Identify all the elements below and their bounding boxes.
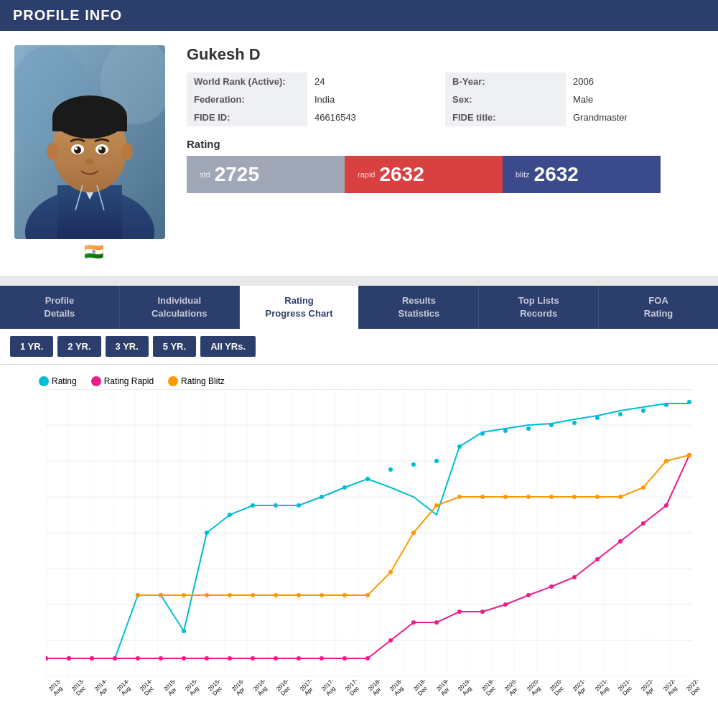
rapid-label: rapid (358, 170, 375, 179)
rating-label: Rating (187, 138, 704, 150)
svg-point-66 (182, 656, 186, 661)
flag: 🇮🇳 (14, 243, 172, 261)
svg-point-38 (205, 531, 209, 535)
svg-rect-9 (52, 117, 127, 131)
svg-point-99 (365, 593, 370, 597)
field-value: India (307, 90, 445, 108)
svg-point-54 (572, 421, 577, 425)
svg-point-102 (434, 503, 439, 508)
year-3yr-button[interactable]: 3 YR. (106, 336, 149, 357)
svg-point-43 (320, 495, 324, 499)
field-value: Grandmaster (566, 108, 704, 126)
rating-std: std 2725 (187, 156, 345, 193)
table-row: World Rank (Active): 24 B-Year: 2006 (187, 73, 704, 90)
svg-point-53 (549, 423, 554, 427)
svg-point-58 (664, 403, 668, 407)
std-label: std (200, 170, 210, 179)
year-allyr-button[interactable]: All YRs. (200, 336, 256, 357)
tab-top-lists-records[interactable]: Top ListsRecords (479, 286, 599, 329)
svg-point-106 (526, 495, 531, 499)
tab-individual-calculations[interactable]: IndividualCalculations (120, 286, 240, 329)
svg-point-105 (503, 495, 508, 499)
svg-point-57 (641, 409, 645, 413)
svg-point-103 (457, 495, 462, 499)
svg-point-107 (549, 495, 554, 499)
svg-point-89 (136, 593, 140, 597)
svg-point-104 (480, 495, 485, 499)
legend-rapid: Rating Rapid (91, 376, 154, 386)
avatar-wrap: 🇮🇳 (14, 45, 172, 261)
svg-point-15 (98, 146, 106, 154)
chart-area: Rating Rating Rapid Rating Blitz 2800 26… (0, 365, 718, 728)
legend-blitz: Rating Blitz (168, 376, 225, 386)
svg-point-11 (121, 143, 133, 160)
svg-point-108 (572, 495, 577, 499)
tab-rating-progress-chart[interactable]: RatingProgress Chart (240, 286, 360, 329)
svg-point-86 (641, 521, 645, 526)
legend-blitz-label: Rating Blitz (181, 376, 225, 386)
field-label: FIDE title: (445, 108, 566, 126)
svg-point-42 (297, 503, 301, 508)
tab-results-statistics[interactable]: ResultsStatistics (359, 286, 479, 329)
year-buttons: 1 YR. 2 YR. 3 YR. 5 YR. All YRs. (0, 329, 718, 365)
std-value: 2725 (215, 163, 259, 186)
page-header: PROFILE INFO (0, 0, 718, 31)
svg-point-100 (388, 570, 393, 574)
svg-point-45 (365, 477, 370, 481)
svg-point-98 (342, 593, 347, 597)
svg-point-90 (159, 593, 163, 597)
svg-point-41 (274, 503, 278, 508)
svg-point-14 (74, 146, 81, 154)
year-2yr-button[interactable]: 2 YR. (57, 336, 101, 357)
svg-point-18 (85, 159, 94, 164)
svg-point-94 (251, 593, 255, 597)
svg-point-17 (99, 147, 102, 150)
blitz-value: 2632 (534, 163, 579, 186)
svg-point-37 (182, 629, 186, 633)
svg-point-47 (411, 462, 416, 467)
svg-point-80 (503, 602, 508, 607)
svg-point-101 (411, 531, 416, 535)
rapid-value: 2632 (379, 163, 424, 186)
page-title: PROFILE INFO (13, 7, 122, 23)
svg-point-77 (434, 620, 439, 625)
tab-profile-details[interactable]: ProfileDetails (0, 286, 120, 329)
info-table: World Rank (Active): 24 B-Year: 2006 Fed… (187, 73, 704, 126)
svg-point-74 (365, 656, 370, 661)
svg-point-10 (47, 143, 58, 160)
field-label: FIDE ID: (187, 108, 307, 126)
svg-point-50 (480, 431, 485, 436)
svg-point-91 (182, 593, 186, 597)
field-label: B-Year: (445, 73, 566, 90)
svg-point-73 (342, 656, 347, 661)
tab-foa-rating[interactable]: FOARating (599, 286, 718, 329)
svg-point-46 (388, 467, 393, 472)
svg-point-39 (228, 513, 232, 517)
year-1yr-button[interactable]: 1 YR. (10, 336, 53, 357)
svg-point-84 (595, 557, 600, 561)
svg-point-112 (664, 459, 668, 463)
svg-point-44 (342, 485, 347, 490)
field-value: 2006 (566, 73, 704, 90)
svg-point-51 (503, 429, 508, 433)
player-name: Gukesh D (187, 45, 704, 64)
profile-section: 🇮🇳 Gukesh D World Rank (Active): 24 B-Ye… (0, 31, 718, 276)
svg-point-96 (297, 593, 301, 597)
svg-point-95 (274, 593, 278, 597)
year-5yr-button[interactable]: 5 YR. (153, 336, 196, 357)
svg-point-93 (228, 593, 232, 597)
svg-point-83 (572, 575, 577, 579)
x-axis-wrap: 2013-Aug 2013-Dec 2014-Apr 2014-Aug 2014… (10, 676, 708, 719)
field-value: Male (566, 90, 704, 108)
legend-orange-dot (168, 376, 178, 386)
svg-point-113 (687, 453, 691, 457)
svg-point-72 (320, 656, 324, 661)
svg-point-68 (228, 656, 232, 661)
chart-wrap (46, 389, 692, 676)
field-value: 46616543 (307, 108, 445, 126)
svg-point-59 (687, 400, 691, 404)
svg-point-85 (618, 539, 623, 543)
svg-point-16 (75, 147, 78, 150)
svg-point-76 (411, 620, 416, 625)
table-row: FIDE ID: 46616543 FIDE title: Grandmaste… (187, 108, 704, 126)
